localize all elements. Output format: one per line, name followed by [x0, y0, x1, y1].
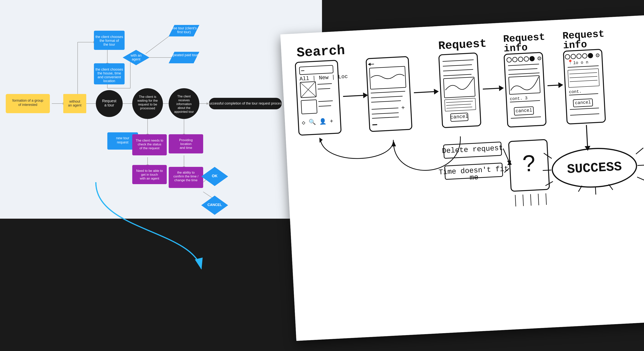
- svg-text:of interested: of interested: [18, 103, 37, 107]
- svg-marker-23: [206, 102, 209, 105]
- svg-text:The client: The client: [177, 95, 191, 98]
- svg-text:and time: and time: [180, 146, 192, 150]
- svg-text:successful completion of the t: successful completion of the tour reques…: [208, 102, 283, 105]
- svg-text:CANCEL: CANCEL: [208, 203, 222, 207]
- svg-text:⚙: ⚙: [595, 52, 600, 58]
- svg-marker-2: [63, 102, 65, 105]
- svg-text:a tour: a tour: [104, 103, 114, 107]
- svg-text:request: request: [117, 140, 128, 144]
- svg-line-198: [638, 165, 644, 166]
- svg-marker-42: [63, 94, 86, 113]
- svg-text:new tour: new tour: [116, 136, 129, 140]
- svg-text:get in touch: get in touch: [141, 173, 158, 176]
- svg-text:with an agent: with an agent: [140, 177, 159, 180]
- svg-marker-97: [201, 167, 228, 186]
- svg-text:the format of: the format of: [100, 39, 119, 43]
- svg-text:receives: receives: [178, 99, 190, 102]
- svg-marker-25: [146, 134, 149, 136]
- svg-text:with an: with an: [130, 54, 142, 57]
- svg-marker-4: [97, 102, 100, 105]
- svg-text:without: without: [69, 100, 80, 103]
- svg-marker-17: [172, 56, 174, 59]
- svg-marker-57: [123, 50, 150, 65]
- svg-text:Request: Request: [102, 99, 116, 103]
- svg-rect-76: [209, 98, 282, 109]
- svg-marker-15: [172, 33, 174, 35]
- svg-text:an agent: an agent: [68, 103, 82, 107]
- svg-line-14: [146, 34, 172, 54]
- svg-marker-37: [146, 165, 149, 167]
- svg-text:repeated paid tour: repeated paid tour: [170, 53, 198, 57]
- svg-text:Request: Request: [438, 37, 487, 53]
- svg-marker-21: [172, 102, 174, 105]
- svg-rect-81: [132, 134, 167, 155]
- svg-text:📍: 📍: [567, 59, 573, 65]
- svg-marker-33: [214, 171, 216, 174]
- svg-marker-35: [214, 198, 216, 200]
- svg-text:check the status: check the status: [138, 143, 162, 146]
- svg-marker-63: [169, 52, 199, 63]
- svg-rect-85: [132, 165, 167, 184]
- svg-point-65: [132, 88, 163, 119]
- svg-point-45: [96, 90, 123, 117]
- svg-text:location: location: [180, 142, 192, 146]
- svg-marker-99: [201, 196, 228, 215]
- svg-text:the client chooses: the client chooses: [96, 35, 123, 39]
- svg-rect-52: [94, 63, 124, 84]
- svg-text:cancel: cancel: [575, 100, 591, 106]
- svg-text:cancel: cancel: [516, 108, 532, 114]
- svg-text:⚙: ⚙: [537, 55, 542, 61]
- svg-text:of the request: of the request: [140, 146, 160, 150]
- svg-text:and convenient: and convenient: [98, 75, 121, 79]
- svg-text:formation of a group: formation of a group: [12, 99, 43, 102]
- svg-rect-93: [169, 167, 203, 188]
- svg-text:SUCCESS: SUCCESS: [567, 159, 622, 177]
- svg-text:about the: about the: [178, 106, 190, 110]
- svg-text:OK: OK: [212, 174, 218, 178]
- svg-text:cont. 3: cont. 3: [510, 96, 528, 102]
- svg-rect-38: [6, 94, 50, 113]
- svg-point-155: [530, 56, 534, 61]
- svg-rect-102: [280, 15, 644, 341]
- svg-marker-31: [183, 166, 185, 169]
- svg-text:The client needs to: The client needs to: [136, 139, 163, 142]
- svg-text:?: ?: [522, 150, 536, 176]
- svg-text:location: location: [103, 79, 115, 83]
- svg-text:agent: agent: [132, 57, 140, 61]
- svg-line-32: [203, 173, 215, 182]
- svg-text:Providing: Providing: [179, 138, 193, 142]
- svg-text:Search: Search: [296, 43, 346, 61]
- svg-text:The client is: The client is: [139, 95, 156, 99]
- svg-point-70: [169, 88, 199, 119]
- svg-line-200: [595, 187, 596, 194]
- svg-text:cont.: cont.: [569, 89, 582, 95]
- svg-text:info: info: [504, 42, 528, 55]
- svg-text:cancel: cancel: [450, 114, 468, 120]
- svg-point-175: [588, 53, 593, 58]
- svg-line-130: [372, 125, 377, 125]
- svg-rect-41: [63, 94, 86, 113]
- svg-marker-60: [169, 25, 199, 37]
- sketch-panel: Search All | New | Loc ◇ 🔍 👤 +: [280, 15, 644, 341]
- svg-marker-19: [136, 102, 138, 105]
- svg-text:lo o n: lo o n: [573, 60, 588, 66]
- svg-text:change the time: change the time: [174, 178, 198, 182]
- svg-marker-29: [183, 134, 185, 136]
- svg-text:appointed tour: appointed tour: [174, 110, 194, 113]
- svg-text:+: +: [401, 104, 405, 111]
- svg-text:me: me: [470, 173, 478, 182]
- svg-text:first tour): first tour): [177, 30, 191, 34]
- svg-line-34: [203, 192, 215, 199]
- svg-text:confirm the time /: confirm the time /: [174, 175, 198, 178]
- svg-text:processed: processed: [140, 107, 155, 110]
- svg-marker-9: [106, 63, 108, 65]
- svg-text:the client chooses: the client chooses: [96, 68, 123, 71]
- svg-text:the ability to: the ability to: [177, 171, 195, 174]
- svg-text:waiting for the: waiting for the: [137, 99, 158, 102]
- svg-rect-89: [169, 134, 203, 153]
- svg-text:information: information: [176, 102, 192, 106]
- svg-marker-13: [129, 56, 132, 58]
- svg-rect-0: [0, 0, 322, 219]
- svg-line-106: [301, 71, 304, 71]
- svg-text:request to be: request to be: [138, 103, 157, 106]
